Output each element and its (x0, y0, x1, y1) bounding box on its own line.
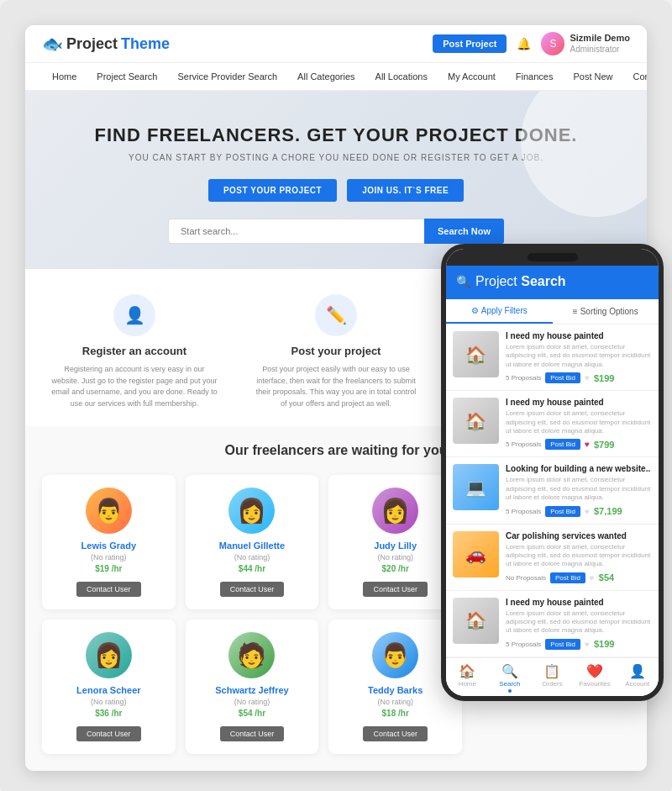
logo-project-text: Project (66, 35, 118, 53)
bottom-nav-icon: 🔍 (489, 663, 532, 679)
contact-user-button[interactable]: Contact User (363, 726, 428, 741)
project-price: $7,199 (594, 506, 622, 516)
bottom-nav-item-home[interactable]: 🏠 Home (446, 663, 489, 693)
phone-title-part1: Project (475, 274, 517, 288)
project-list: 🏠 I need my house painted Lorem ipsum do… (446, 324, 659, 657)
nav-item-all-categories[interactable]: All Categories (287, 63, 365, 90)
project-info: I need my house painted Lorem ipsum dolo… (506, 598, 652, 650)
contact-user-button[interactable]: Contact User (220, 582, 285, 597)
user-name: Sizmile Demo (570, 33, 630, 44)
freelancer-avatar: 👨 (372, 632, 418, 678)
nav-item-service-provider-search[interactable]: Service Provider Search (168, 63, 288, 90)
bottom-nav-label: Account (616, 680, 659, 688)
phone-notch (446, 249, 659, 266)
freelancer-name: Lenora Scheer (50, 685, 167, 695)
project-footer: 5 Proposals Post Bid ♥ $799 (506, 439, 652, 450)
heart-icon[interactable]: ♥ (585, 640, 590, 649)
proposals-count: 5 Proposals (506, 440, 541, 448)
project-title: I need my house painted (506, 598, 652, 607)
feature-item: 👤 Register an account Registering an acc… (42, 294, 227, 409)
bottom-nav-item-favourites[interactable]: ❤️ Favourites (574, 663, 617, 693)
feature-item: ✏️ Post your project Post your project e… (244, 294, 428, 409)
post-bid-button[interactable]: Post Bid (545, 639, 580, 650)
filter-icon: ⚙ (471, 306, 479, 315)
sorting-options-label: Sorting Options (580, 307, 638, 316)
nav-item-project-search[interactable]: Project Search (87, 63, 167, 90)
bottom-nav-icon: ❤️ (574, 663, 617, 679)
join-us-button[interactable]: JOIN US. IT`S FREE (347, 179, 464, 202)
project-thumbnail: 💻 (453, 464, 499, 510)
post-bid-button[interactable]: Post Bid (545, 439, 580, 450)
project-info: I need my house painted Lorem ipsum dolo… (506, 331, 652, 383)
feature-icon: 👤 (113, 294, 155, 336)
bottom-nav-icon: 📋 (531, 663, 574, 679)
nav-item-finances[interactable]: Finances (506, 63, 564, 90)
bottom-nav-label: Favourites (574, 680, 617, 688)
heart-icon[interactable]: ♥ (585, 507, 590, 516)
search-button[interactable]: Search Now (424, 219, 504, 244)
contact-user-button[interactable]: Contact User (76, 726, 141, 741)
user-details: Sizmile Demo Administrator (570, 33, 630, 54)
project-item: 🚗 Car polishing services wanted Lorem ip… (446, 525, 659, 591)
phone-bottom-nav: 🏠 Home 🔍 Search 📋 Orders ❤️ Favourites 👤… (446, 657, 659, 696)
project-price: $799 (594, 440, 614, 450)
freelancer-rate: $44 /hr (194, 564, 311, 573)
post-project-button[interactable]: Post Project (433, 34, 507, 53)
freelancer-rate: $36 /hr (50, 709, 167, 718)
bottom-nav-label: Search (489, 680, 532, 688)
project-title: I need my house painted (506, 398, 652, 407)
logo-icon: 🐟 (42, 34, 63, 54)
freelancer-rate: $19 /hr (50, 564, 167, 573)
project-footer: 5 Proposals Post Bid ♥ $7,199 (506, 506, 652, 517)
freelancer-rating: (No rating) (194, 553, 311, 562)
project-title: Car polishing services wanted (506, 531, 652, 541)
header-right: Post Project 🔔 S Sizmile Demo Administra… (433, 32, 630, 55)
sorting-options-tab[interactable]: ≡ Sorting Options (553, 299, 659, 324)
nav-item-contact-us[interactable]: Contact us (623, 63, 647, 90)
post-bid-button[interactable]: Post Bid (545, 506, 580, 517)
nav-item-all-locations[interactable]: All Locations (365, 63, 438, 90)
project-info: I need my house painted Lorem ipsum dolo… (506, 398, 652, 450)
bottom-nav-item-orders[interactable]: 📋 Orders (531, 663, 574, 693)
notch-bar (528, 253, 578, 261)
bottom-nav-label: Orders (531, 680, 574, 688)
contact-user-button[interactable]: Contact User (220, 726, 285, 741)
nav-item-my-account[interactable]: My Account (438, 63, 506, 90)
user-role: Administrator (570, 45, 630, 55)
bell-icon[interactable]: 🔔 (517, 37, 531, 50)
freelancer-name: Judy Lilly (337, 541, 454, 551)
heart-icon[interactable]: ♥ (585, 440, 590, 449)
search-bar: Search Now (168, 219, 504, 244)
contact-user-button[interactable]: Contact User (76, 582, 141, 597)
project-footer: No Proposals Post Bid ♥ $54 (506, 572, 652, 583)
contact-user-button[interactable]: Contact User (363, 582, 428, 597)
proposals-count: 5 Proposals (506, 641, 541, 648)
bottom-nav-label: Home (446, 680, 489, 688)
bottom-nav-item-account[interactable]: 👤 Account (616, 663, 659, 693)
post-bid-button[interactable]: Post Bid (550, 572, 585, 583)
avatar: S (541, 32, 564, 55)
nav-item-post-new[interactable]: Post New (563, 63, 622, 90)
freelancer-card: 👩 Manuel Gillette (No rating) $44 /hr Co… (186, 475, 319, 609)
post-bid-button[interactable]: Post Bid (545, 372, 580, 383)
heart-icon[interactable]: ♥ (590, 573, 595, 583)
project-thumbnail: 🏠 (453, 398, 499, 444)
user-info: S Sizmile Demo Administrator (541, 32, 630, 55)
apply-filters-tab[interactable]: ⚙ Apply Filters (446, 299, 553, 324)
freelancer-rating: (No rating) (337, 553, 454, 562)
bottom-nav-icon: 👤 (616, 663, 659, 679)
project-price: $199 (594, 639, 614, 649)
heart-icon[interactable]: ♥ (585, 373, 590, 382)
feature-title: Register an account (50, 345, 218, 357)
proposals-count: 5 Proposals (506, 374, 541, 382)
phone-title: Project Search (475, 274, 566, 289)
project-title: I need my house painted (506, 331, 652, 340)
post-project-hero-button[interactable]: POST YOUR PROJECT (208, 179, 337, 202)
feature-icon: ✏️ (315, 294, 357, 336)
freelancer-rating: (No rating) (337, 698, 454, 706)
freelancer-avatar: 🧑 (228, 632, 275, 678)
bottom-nav-item-search[interactable]: 🔍 Search (489, 663, 532, 693)
search-input[interactable] (168, 219, 424, 244)
nav-item-home[interactable]: Home (42, 63, 87, 90)
freelancer-card: 👨 Lewis Grady (No rating) $19 /hr Contac… (42, 475, 176, 609)
